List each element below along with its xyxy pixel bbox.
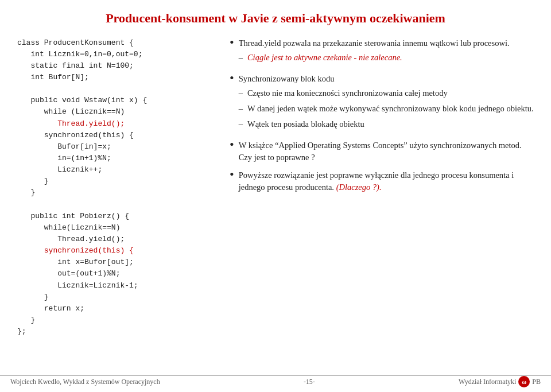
sub-text-2-1: Często nie ma konieczności synchronizowa… xyxy=(247,87,448,99)
sub-list-1: – Ciągle jest to aktywne czekanie - nie … xyxy=(239,52,534,64)
bullet-dot-1: • xyxy=(230,36,234,49)
bullet-dot-4: • xyxy=(230,168,234,181)
dash-icon: – xyxy=(239,52,243,64)
bullet-dot-2: • xyxy=(230,72,234,84)
bullet-text-1: Thread.yield pozwala na przekazanie ster… xyxy=(239,37,534,67)
sub-item-2-2: – W danej jeden wątek może wykonywać syn… xyxy=(239,103,534,115)
right-section: • Thread.yield pozwala na przekazanie st… xyxy=(230,37,534,338)
sub-text-2-3: Wątek ten posiada blokadę obiektu xyxy=(247,118,364,130)
bullet3-main: W książce “Applied Operating Systems Con… xyxy=(239,141,522,162)
bullet-dot-3: • xyxy=(230,138,234,151)
list-item-2: • Synchronizowany blok kodu – Często nie… xyxy=(230,73,534,134)
bullet2-main: Synchronizowany blok kodu xyxy=(239,74,335,83)
sub-text-2-2: W danej jeden wątek może wykonywać synch… xyxy=(247,103,534,115)
bullet1-main: Thread.yield pozwala na przekazanie ster… xyxy=(239,38,510,48)
list-item-1: • Thread.yield pozwala na przekazanie st… xyxy=(230,37,534,67)
footer-brand: PB xyxy=(532,378,541,386)
sub-text-1-1: Ciągle jest to aktywne czekanie - nie za… xyxy=(247,52,402,64)
footer: Wojciech Kwedlo, Wykład z Systemów Opera… xyxy=(0,375,551,387)
content-area: class ProducentKonsument { int Licznik=0… xyxy=(17,37,534,338)
footer-right-text: Wydział Informatyki xyxy=(459,378,516,386)
sub-list-2: – Często nie ma konieczności synchronizo… xyxy=(239,87,534,130)
dash-icon: – xyxy=(239,87,243,99)
sub-item-1-1: – Ciągle jest to aktywne czekanie - nie … xyxy=(239,52,534,64)
sub-item-2-1: – Często nie ma konieczności synchronizo… xyxy=(239,87,534,99)
footer-right: Wydział Informatyki ω PB xyxy=(459,376,541,387)
bullet-list: • Thread.yield pozwala na przekazanie st… xyxy=(230,37,534,193)
bullet-text-3: W książce “Applied Operating Systems Con… xyxy=(239,139,534,164)
page-title: Producent-konsument w Javie z semi-aktyw… xyxy=(17,10,534,27)
footer-center: -15- xyxy=(304,378,315,386)
bullet-text-4: Powyższe rozwiązanie jest poprawne wyłąc… xyxy=(239,169,534,193)
dash-icon: – xyxy=(239,103,243,115)
code-section: class ProducentKonsument { int Licznik=0… xyxy=(17,37,212,338)
page: Producent-konsument w Javie z semi-aktyw… xyxy=(0,0,551,392)
list-item-4: • Powyższe rozwiązanie jest poprawne wył… xyxy=(230,169,534,193)
code-block: class ProducentKonsument { int Licznik=0… xyxy=(17,37,212,338)
footer-left: Wojciech Kwedlo, Wykład z Systemów Opera… xyxy=(10,378,160,386)
sub-item-2-3: – Wątek ten posiada blokadę obiektu xyxy=(239,118,534,130)
logo-icon: ω xyxy=(518,376,530,387)
bullet4-italic: (Dlaczego ?). xyxy=(336,183,382,192)
list-item-3: • W książce “Applied Operating Systems C… xyxy=(230,139,534,164)
bullet-text-2: Synchronizowany blok kodu – Często nie m… xyxy=(239,73,534,134)
dash-icon: – xyxy=(239,118,243,130)
